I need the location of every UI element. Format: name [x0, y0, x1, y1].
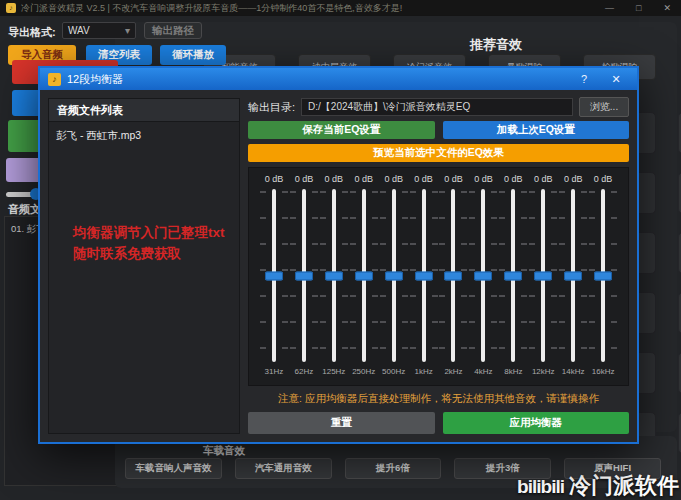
- eq-band-label: 62Hz: [295, 367, 314, 379]
- os-titlebar: ♪ 冷门派音效精灵 V2.5 | 不改汽车音响调整升级原车音质——1分钟制作40…: [0, 0, 681, 16]
- eq-band: 0 dB250Hz: [349, 174, 379, 379]
- eq-slider[interactable]: [289, 187, 319, 364]
- browse-button[interactable]: 浏览...: [579, 97, 629, 117]
- eq-band: 0 dB2kHz: [439, 174, 469, 379]
- eq-slider[interactable]: [588, 187, 618, 364]
- eq-gain-label: 0 dB: [534, 174, 553, 187]
- eq-gain-label: 0 dB: [504, 174, 523, 187]
- eq-band-label: 125Hz: [322, 367, 345, 379]
- eq-band: 0 dB4kHz: [468, 174, 498, 379]
- save-eq-button[interactable]: 保存当前EQ设置: [248, 121, 435, 139]
- eq-handle[interactable]: [504, 271, 522, 280]
- eq-band-label: 8kHz: [504, 367, 522, 379]
- eq-gain-label: 0 dB: [325, 174, 344, 187]
- eq-handle[interactable]: [265, 271, 283, 280]
- eq-slider[interactable]: [409, 187, 439, 364]
- eq-band-label: 31Hz: [265, 367, 284, 379]
- eq-gain-label: 0 dB: [564, 174, 583, 187]
- eq-gain-label: 0 dB: [384, 174, 403, 187]
- file-list-header: 音频文件列表: [49, 99, 239, 122]
- eq-band-label: 12kHz: [532, 367, 555, 379]
- eq-band: 0 dB12kHz: [528, 174, 558, 379]
- eq-gain-label: 0 dB: [265, 174, 284, 187]
- bottom-effect-button[interactable]: 提升6倍: [345, 458, 442, 479]
- loop-play-button[interactable]: 循环播放: [160, 45, 226, 65]
- eq-slider[interactable]: [439, 187, 469, 364]
- close-button[interactable]: ✕: [663, 3, 671, 13]
- chevron-down-icon: ▾: [125, 25, 130, 36]
- eq-handle[interactable]: [474, 271, 492, 280]
- promo-text: 均衡器调节入门已整理txt 随时联系免费获取: [73, 222, 225, 264]
- eq-slider[interactable]: [259, 187, 289, 364]
- eq-slider[interactable]: [319, 187, 349, 364]
- eq-band: 0 dB500Hz: [379, 174, 409, 379]
- window-title: 冷门派音效精灵 V2.5 | 不改汽车音响调整升级原车音质——1分钟制作40首不…: [21, 2, 600, 15]
- apply-eq-button[interactable]: 应用均衡器: [443, 412, 630, 434]
- format-value: WAV: [68, 25, 90, 36]
- load-eq-button[interactable]: 加载上次EQ设置: [443, 121, 630, 139]
- promo-line2: 随时联系免费获取: [73, 243, 225, 264]
- watermark: bilibili 冷门派软件: [517, 471, 679, 500]
- eq-band-label: 1kHz: [414, 367, 432, 379]
- car-section-label: 车载音效: [203, 444, 245, 458]
- bottom-effect-button[interactable]: 汽车通用音效: [235, 458, 332, 479]
- eq-band-label: 16kHz: [592, 367, 615, 379]
- dialog-close-button[interactable]: ✕: [603, 73, 629, 86]
- watermark-text: 冷门派软件: [569, 471, 679, 500]
- eq-band: 0 dB1kHz: [409, 174, 439, 379]
- dialog-title: 12段均衡器: [67, 72, 565, 87]
- eq-handle[interactable]: [564, 271, 582, 280]
- dialog-file-panel: 音频文件列表 彭飞 - 西虹市.mp3 均衡器调节入门已整理txt 随时联系免费…: [48, 98, 240, 434]
- eq-slider[interactable]: [349, 187, 379, 364]
- maximize-button[interactable]: □: [636, 3, 641, 13]
- eq-band: 0 dB16kHz: [588, 174, 618, 379]
- eq-handle[interactable]: [295, 271, 313, 280]
- eq-band-label: 500Hz: [382, 367, 405, 379]
- eq-slider[interactable]: [558, 187, 588, 364]
- eq-handle[interactable]: [385, 271, 403, 280]
- eq-handle[interactable]: [355, 271, 373, 280]
- eq-slider[interactable]: [528, 187, 558, 364]
- eq-sliders: 0 dB31Hz0 dB62Hz0 dB125Hz0 dB250Hz0 dB50…: [248, 167, 629, 386]
- format-select[interactable]: WAV ▾: [62, 22, 136, 39]
- eq-handle[interactable]: [415, 271, 433, 280]
- eq-handle[interactable]: [444, 271, 462, 280]
- minimize-button[interactable]: —: [605, 3, 614, 13]
- eq-band-label: 4kHz: [474, 367, 492, 379]
- output-dir-label: 输出目录:: [248, 100, 295, 115]
- eq-band: 0 dB125Hz: [319, 174, 349, 379]
- dialog-help-button[interactable]: ?: [571, 73, 597, 85]
- export-format-label: 导出格式:: [8, 25, 56, 40]
- eq-slider[interactable]: [498, 187, 528, 364]
- preview-eq-button[interactable]: 预览当前选中文件的EQ效果: [248, 144, 629, 162]
- eq-band: 0 dB8kHz: [498, 174, 528, 379]
- file-list[interactable]: 彭飞 - 西虹市.mp3 均衡器调节入门已整理txt 随时联系免费获取: [49, 122, 239, 433]
- promo-line1: 均衡器调节入门已整理txt: [73, 222, 225, 243]
- equalizer-dialog: ♪ 12段均衡器 ? ✕ 音频文件列表 彭飞 - 西虹市.mp3 均衡器调节入门…: [38, 66, 639, 444]
- app-icon: ♪: [6, 3, 16, 13]
- eq-gain-label: 0 dB: [594, 174, 613, 187]
- output-path-button[interactable]: 输出路径: [144, 22, 202, 39]
- file-item[interactable]: 彭飞 - 西虹市.mp3: [49, 122, 239, 143]
- eq-band-label: 14kHz: [562, 367, 585, 379]
- recommended-title: 推荐音效: [470, 36, 522, 54]
- eq-gain-label: 0 dB: [444, 174, 463, 187]
- eq-band-label: 250Hz: [352, 367, 375, 379]
- eq-slider[interactable]: [468, 187, 498, 364]
- eq-handle[interactable]: [534, 271, 552, 280]
- eq-band: 0 dB31Hz: [259, 174, 289, 379]
- bottom-effect-button[interactable]: 车载音响人声音效: [125, 458, 222, 479]
- bilibili-logo: bilibili: [517, 476, 564, 498]
- speaker-icon: ♪: [48, 73, 61, 86]
- eq-gain-label: 0 dB: [474, 174, 493, 187]
- eq-warning-text: 注意: 应用均衡器后直接处理制作，将无法使用其他音效，请谨慎操作: [248, 392, 629, 406]
- dialog-titlebar[interactable]: ♪ 12段均衡器 ? ✕: [40, 68, 637, 90]
- reset-button[interactable]: 重置: [248, 412, 435, 434]
- eq-handle[interactable]: [325, 271, 343, 280]
- eq-handle[interactable]: [594, 271, 612, 280]
- output-dir-input[interactable]: D:/【2024歌曲】\冷门派音效精灵EQ: [301, 98, 573, 116]
- eq-gain-label: 0 dB: [414, 174, 433, 187]
- eq-gain-label: 0 dB: [295, 174, 314, 187]
- eq-slider[interactable]: [379, 187, 409, 364]
- eq-gain-label: 0 dB: [354, 174, 373, 187]
